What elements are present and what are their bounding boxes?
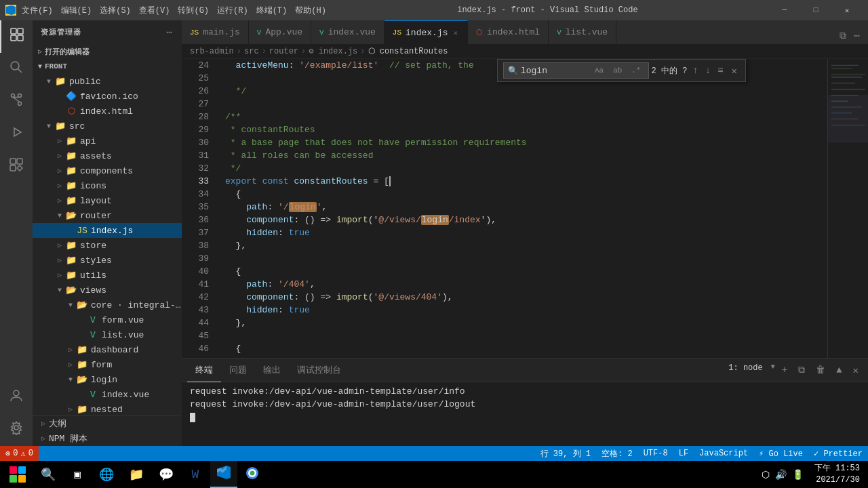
breadcrumb-src[interactable]: src xyxy=(244,47,259,56)
prev-match-button[interactable]: ↑ xyxy=(690,64,701,77)
taskbar-search[interactable]: 🔍 xyxy=(34,461,62,488)
folder-core-integral[interactable]: ▼ 📂 core · integral-grade xyxy=(33,298,182,312)
clear-terminal-button[interactable]: 🗑 xyxy=(812,363,829,378)
toggle-replace-button[interactable]: ≡ xyxy=(715,64,726,77)
minimize-button[interactable]: ─ xyxy=(769,0,800,20)
maximize-button[interactable]: □ xyxy=(800,0,831,20)
line-ending[interactable]: LF xyxy=(673,446,694,461)
open-editors-header[interactable]: ▷ 打开的编辑器 xyxy=(33,44,182,59)
svg-marker-11 xyxy=(14,128,21,136)
whole-word-button[interactable]: ab xyxy=(610,64,625,77)
folder-login[interactable]: ▼ 📂 login xyxy=(33,372,182,387)
folder-styles[interactable]: ▷ 📁 styles xyxy=(33,253,182,268)
tab-main-js[interactable]: JS main.js xyxy=(182,20,249,44)
app-vue-tab-label: App.vue xyxy=(265,27,302,37)
more-actions-button[interactable]: ⋯ xyxy=(852,27,863,44)
titlebar-left: 文件(F) 编辑(E) 选择(S) 查看(V) 转到(G) 运行(R) 终端(T… xyxy=(5,5,326,16)
prettier-button[interactable]: ✓ Prettier xyxy=(808,446,868,461)
start-button[interactable] xyxy=(3,461,33,488)
file-favicon[interactable]: 🔷 favicon.ico xyxy=(33,89,182,104)
taskbar-wechat[interactable]: 💬 xyxy=(152,461,180,488)
folder-components[interactable]: ▷ 📁 components xyxy=(33,163,182,178)
tab-index-js[interactable]: JS index.js ✕ xyxy=(384,20,468,44)
node-selector[interactable]: 1: node xyxy=(723,363,768,378)
folder-assets[interactable]: ▷ 📁 assets xyxy=(33,148,182,163)
activity-explorer[interactable] xyxy=(0,20,33,53)
outline-section[interactable]: ▷ 大纲 xyxy=(33,416,182,431)
taskbar-word[interactable]: W xyxy=(182,461,209,488)
file-router-index-js[interactable]: JS index.js xyxy=(33,223,182,238)
match-case-button[interactable]: Aa xyxy=(591,64,607,77)
activity-account[interactable] xyxy=(0,381,33,413)
encoding[interactable]: UTF-8 xyxy=(638,446,673,461)
npm-section[interactable]: ▷ NPM 脚本 xyxy=(33,431,182,446)
tab-close-index-js[interactable]: ✕ xyxy=(452,27,459,39)
indentation[interactable]: 空格: 2 xyxy=(596,446,638,461)
close-find-button[interactable]: ✕ xyxy=(729,64,740,78)
breadcrumb-index-js[interactable]: ⚙ index.js xyxy=(309,46,357,56)
terminal-tab-terminal[interactable]: 终端 xyxy=(187,359,221,382)
folder-views[interactable]: ▼ 📂 views xyxy=(33,283,182,298)
regex-button[interactable]: .* xyxy=(628,64,644,77)
close-terminal-button[interactable]: ✕ xyxy=(849,363,863,378)
search-input-container[interactable]: 🔍 Aa ab .* xyxy=(503,62,649,79)
next-match-button[interactable]: ↓ xyxy=(703,64,713,77)
folder-nested[interactable]: ▷ 📁 nested xyxy=(33,402,182,415)
utils-folder-icon: 📁 xyxy=(65,270,77,281)
taskbar-task-view[interactable]: ▣ xyxy=(64,461,91,488)
maximize-terminal-button[interactable]: ▲ xyxy=(832,363,846,378)
terminal-tab-problems[interactable]: 问题 xyxy=(221,359,255,382)
cursor-position[interactable]: 行 39, 列 1 xyxy=(535,446,596,461)
split-terminal-button[interactable]: ⧉ xyxy=(794,363,809,378)
activity-scm[interactable] xyxy=(0,85,33,118)
front-root-header[interactable]: ▼ FRONT xyxy=(33,59,182,74)
router-label: router xyxy=(80,211,182,221)
activity-settings[interactable] xyxy=(0,413,33,446)
split-editor-button[interactable]: ⧉ xyxy=(837,28,849,44)
go-live-button[interactable]: ⚡ Go Live xyxy=(753,446,808,461)
taskbar-chrome[interactable] xyxy=(239,461,266,488)
new-file-button[interactable]: ⋯ xyxy=(165,25,174,39)
taskbar-edge[interactable]: 🌐 xyxy=(92,461,121,488)
activity-debug[interactable] xyxy=(0,118,33,150)
add-terminal-button[interactable]: + xyxy=(778,363,791,378)
folder-api[interactable]: ▷ 📁 api xyxy=(33,134,182,148)
file-form-vue[interactable]: V form.vue xyxy=(33,312,182,327)
public-folder-icon: 📁 xyxy=(54,76,66,87)
tray-network-icon[interactable]: ⬡ xyxy=(762,469,770,481)
file-list-vue[interactable]: V list.vue xyxy=(33,327,182,342)
folder-icons[interactable]: ▷ 📁 icons xyxy=(33,178,182,193)
breadcrumb-router[interactable]: router xyxy=(269,47,298,56)
errors-warnings[interactable]: ⊗ 0 ⚠ 0 xyxy=(0,446,39,461)
titlebar: 文件(F) 编辑(E) 选择(S) 查看(V) 转到(G) 运行(R) 终端(T… xyxy=(0,0,868,20)
folder-router[interactable]: ▼ 📂 router xyxy=(33,208,182,223)
taskbar-vscode[interactable] xyxy=(210,461,237,488)
tab-index-html[interactable]: ⬡ index.html xyxy=(468,20,549,44)
close-button[interactable]: ✕ xyxy=(831,0,863,20)
file-login-index-vue[interactable]: V index.vue xyxy=(33,387,182,402)
find-input[interactable] xyxy=(521,66,589,76)
tray-volume-icon[interactable]: 🔊 xyxy=(775,469,787,481)
activity-extensions[interactable] xyxy=(0,150,33,183)
tab-index-vue[interactable]: V index.vue xyxy=(311,20,384,44)
language-mode[interactable]: JavaScript xyxy=(694,446,753,461)
tray-battery-icon[interactable]: 🔋 xyxy=(792,469,804,481)
code-editor-content[interactable]: activeMenu: '/example/list' // set path,… xyxy=(214,59,827,358)
breadcrumb-srb-admin[interactable]: srb-admin xyxy=(190,47,234,56)
tab-app-vue[interactable]: V App.vue xyxy=(249,20,311,44)
folder-utils[interactable]: ▷ 📁 utils xyxy=(33,268,182,283)
folder-src[interactable]: ▼ 📁 src xyxy=(33,119,182,134)
folder-public[interactable]: ▼ 📁 public xyxy=(33,74,182,89)
taskbar-clock[interactable]: 下午 11:53 2021/7/30 xyxy=(809,463,865,486)
terminal-tab-debug[interactable]: 调试控制台 xyxy=(289,359,349,382)
folder-layout[interactable]: ▷ 📁 layout xyxy=(33,193,182,208)
terminal-tab-output[interactable]: 输出 xyxy=(255,359,289,382)
folder-dashboard[interactable]: ▷ 📁 dashboard xyxy=(33,342,182,357)
tab-list-vue[interactable]: V list.vue xyxy=(549,20,616,44)
folder-store[interactable]: ▷ 📁 store xyxy=(33,238,182,253)
taskbar-explorer[interactable]: 📁 xyxy=(122,461,151,488)
activity-search[interactable] xyxy=(0,53,33,85)
breadcrumb-constant-routes[interactable]: ⬡ constantRoutes xyxy=(368,46,448,56)
folder-form[interactable]: ▷ 📁 form xyxy=(33,357,182,372)
file-index-html[interactable]: ⬡ index.html xyxy=(33,104,182,119)
